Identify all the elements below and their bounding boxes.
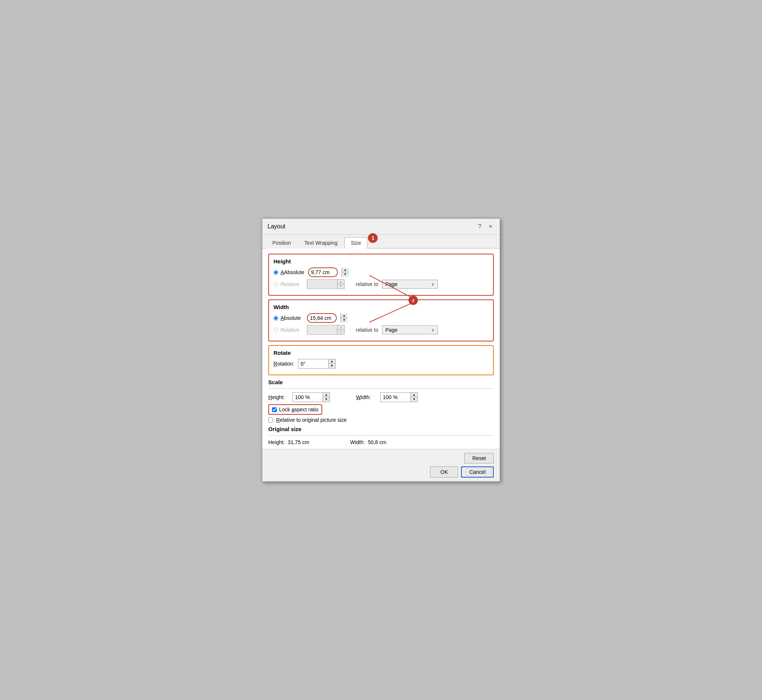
- footer-top: Reset: [268, 453, 494, 463]
- height-absolute-radio[interactable]: [274, 270, 278, 275]
- width-relative-radio-label[interactable]: Relative: [274, 327, 303, 333]
- lock-aspect-ratio-label: Lock aspect ratio: [279, 406, 319, 412]
- close-button[interactable]: ×: [487, 222, 494, 231]
- lock-aspect-ratio-highlight: Lock aspect ratio: [268, 404, 322, 415]
- relative-to-original-checkbox[interactable]: [268, 418, 273, 422]
- rotate-section: Rotate Rotation: ▲ ▼: [268, 345, 494, 375]
- tab-size-wrapper: Size 1: [344, 237, 367, 248]
- width-section: Width Absolute ▲ ▼ Relative: [268, 299, 494, 341]
- cancel-button[interactable]: Cancel: [461, 466, 494, 478]
- rotation-input[interactable]: [299, 360, 328, 368]
- scale-height-label: Height:: [268, 394, 289, 400]
- height-absolute-input[interactable]: [308, 267, 338, 277]
- scale-height-spinner-wrapper: ▲ ▼: [293, 392, 330, 402]
- height-relative-to-dropdown[interactable]: Page ∨: [382, 280, 438, 289]
- scale-width-spinner-wrapper: ▲ ▼: [380, 392, 418, 402]
- scale-title: Scale: [268, 379, 494, 385]
- width-absolute-input[interactable]: [307, 313, 337, 323]
- original-width-item: Width: 50,8 cm: [350, 439, 386, 445]
- width-absolute-radio[interactable]: [274, 316, 278, 320]
- width-relative-down[interactable]: ▼: [338, 330, 344, 334]
- relative-to-original-label: Relative to original picture size: [276, 417, 347, 423]
- height-relative-label: Relative: [280, 281, 299, 287]
- title-bar: Layout ? ×: [262, 219, 500, 235]
- scale-width-label: Width:: [356, 394, 377, 400]
- height-relative-spinner-wrapper: ▲ ▼: [307, 279, 344, 289]
- scale-width-input[interactable]: [381, 393, 410, 402]
- reset-button[interactable]: Reset: [464, 453, 494, 463]
- scale-height-down[interactable]: ▼: [323, 397, 330, 402]
- height-relative-down[interactable]: ▼: [338, 284, 344, 289]
- width-absolute-spinner: ▲ ▼: [340, 314, 347, 322]
- scale-height-spinner: ▲ ▼: [322, 393, 330, 402]
- width-relative-to-label: relative to: [356, 327, 379, 333]
- height-section: Height AAbsolute ▲ ▼ Relative: [268, 254, 494, 296]
- dialog-wrapper: Layout ? × Position Text Wrapping Size 1: [262, 218, 500, 482]
- annotation-1: 1: [368, 233, 378, 243]
- height-absolute-radio-label[interactable]: AAbsolute: [274, 269, 304, 275]
- width-relative-spinner: ▲ ▼: [337, 325, 344, 334]
- width-dropdown-arrow: ∨: [431, 327, 435, 333]
- dialog-content: Height AAbsolute ▲ ▼ Relative: [262, 248, 500, 449]
- help-button[interactable]: ?: [476, 222, 484, 231]
- original-width-label: Width:: [350, 439, 365, 445]
- dialog-footer: Reset OK Cancel: [262, 449, 500, 481]
- original-size-row: Height: 31,75 cm Width: 50,8 cm: [268, 439, 494, 445]
- rotation-down[interactable]: ▼: [329, 364, 335, 368]
- width-absolute-down[interactable]: ▼: [341, 318, 347, 322]
- rotation-spinner-wrapper: ▲ ▼: [298, 359, 336, 369]
- lock-aspect-ratio-checkbox[interactable]: [272, 407, 277, 412]
- original-width-value: 50,8 cm: [368, 439, 386, 445]
- scale-height-input[interactable]: [293, 393, 322, 402]
- width-relative-to-dropdown[interactable]: Page ∨: [382, 325, 438, 334]
- lock-aspect-ratio-row: Lock aspect ratio: [268, 404, 494, 415]
- width-relative-row: Relative ▲ ▼ relative to Page ∨: [274, 325, 488, 335]
- width-absolute-radio-label[interactable]: Absolute: [274, 315, 303, 321]
- original-height-label: Height:: [268, 439, 285, 445]
- original-height-value: 31,75 cm: [288, 439, 309, 445]
- rotation-spinner: ▲ ▼: [328, 359, 335, 368]
- height-absolute-row: AAbsolute ▲ ▼: [274, 267, 488, 277]
- height-relative-radio[interactable]: [274, 282, 278, 287]
- dialog-title: Layout: [268, 223, 285, 230]
- rotation-label: Rotation:: [274, 361, 294, 367]
- width-relative-spinner-wrapper: ▲ ▼: [307, 325, 344, 335]
- original-height-item: Height: 31,75 cm: [268, 439, 309, 445]
- scale-height-up[interactable]: ▲: [323, 393, 330, 397]
- width-absolute-up[interactable]: ▲: [341, 314, 347, 318]
- width-relative-input[interactable]: [307, 326, 337, 334]
- height-absolute-spinner: ▲ ▼: [341, 268, 349, 277]
- title-bar-right: ? ×: [476, 222, 494, 231]
- height-relative-up[interactable]: ▲: [338, 280, 344, 284]
- rotation-up[interactable]: ▲: [329, 359, 335, 364]
- original-size-divider: [268, 435, 494, 436]
- height-relative-input[interactable]: [307, 280, 337, 288]
- ok-button[interactable]: OK: [430, 466, 458, 478]
- height-relative-spinner: ▲ ▼: [337, 280, 344, 289]
- title-bar-left: Layout: [268, 223, 285, 230]
- tabs-bar: Position Text Wrapping Size 1: [262, 235, 500, 248]
- scale-width-down[interactable]: ▼: [411, 397, 418, 402]
- height-absolute-down[interactable]: ▼: [342, 272, 349, 277]
- height-relative-radio-label[interactable]: Relative: [274, 281, 303, 287]
- height-relative-to-label: relative to: [356, 281, 379, 287]
- tab-position[interactable]: Position: [266, 237, 297, 248]
- width-relative-radio[interactable]: [274, 328, 278, 333]
- original-size-title: Original size: [268, 426, 494, 432]
- layout-dialog: Layout ? × Position Text Wrapping Size 1: [262, 218, 500, 482]
- height-dropdown-arrow: ∨: [431, 281, 435, 287]
- tab-text-wrapping[interactable]: Text Wrapping: [298, 237, 344, 248]
- scale-width-up[interactable]: ▲: [411, 393, 418, 397]
- height-title: Height: [274, 258, 488, 264]
- width-title: Width: [274, 304, 488, 310]
- relative-to-original-row: Relative to original picture size: [268, 417, 494, 423]
- height-absolute-up[interactable]: ▲: [342, 268, 349, 272]
- original-size-section: Original size Height: 31,75 cm Width: 50…: [268, 426, 494, 445]
- footer-bottom: OK Cancel: [268, 466, 494, 478]
- scale-section: Scale Height: ▲ ▼ Width:: [268, 379, 494, 423]
- width-relative-up[interactable]: ▲: [338, 325, 344, 330]
- width-relative-label: Relative: [280, 327, 299, 333]
- scale-divider: [268, 388, 494, 389]
- scale-width-spinner: ▲ ▼: [410, 393, 418, 402]
- tab-size[interactable]: Size: [344, 237, 367, 248]
